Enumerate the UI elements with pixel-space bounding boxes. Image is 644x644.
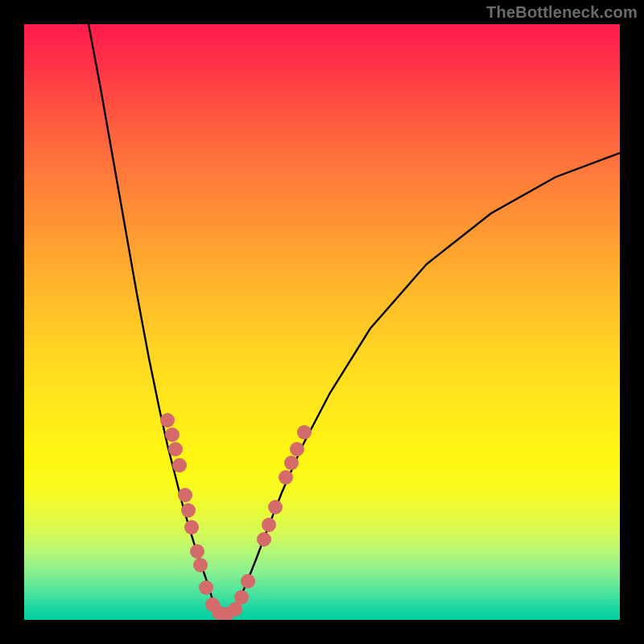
data-point	[284, 456, 299, 470]
data-point	[168, 442, 183, 456]
data-point	[297, 425, 312, 440]
data-point	[290, 442, 304, 456]
data-point	[172, 458, 187, 473]
data-point	[241, 574, 255, 588]
data-point	[184, 520, 199, 535]
data-point	[268, 500, 283, 514]
data-point	[234, 590, 249, 605]
data-point	[279, 470, 293, 485]
data-point	[178, 488, 192, 502]
curve-layer	[89, 24, 620, 614]
data-point	[262, 518, 276, 532]
chart-frame: TheBottleneck.com	[0, 0, 644, 644]
chart-svg	[24, 24, 620, 620]
plot-area	[24, 24, 620, 620]
data-point	[160, 413, 175, 427]
data-point	[257, 532, 271, 547]
marker-layer	[160, 413, 312, 620]
data-point	[199, 580, 213, 595]
data-point	[190, 544, 204, 559]
bottleneck-curve	[89, 24, 620, 614]
watermark-text: TheBottleneck.com	[486, 3, 638, 22]
data-point	[165, 427, 180, 442]
data-point	[193, 558, 208, 572]
data-point	[181, 503, 196, 518]
